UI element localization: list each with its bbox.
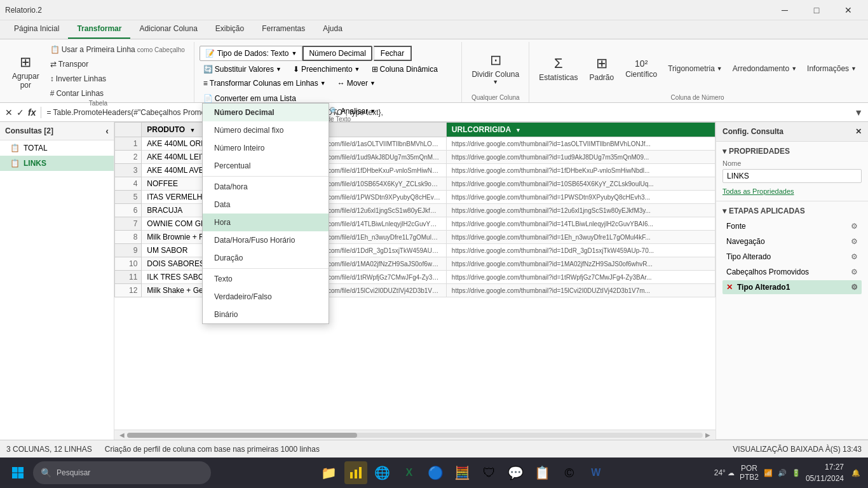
horizontal-scrollbar[interactable]: ◀ ▶ <box>114 430 715 440</box>
transpor-icon: ⇄ <box>50 60 57 69</box>
tab-pagina-inicial[interactable]: Página Inicial <box>5 20 68 39</box>
taskbar-clock[interactable]: 17:27 05/11/2024 <box>806 461 844 484</box>
step-fonte[interactable]: Fonte ⚙ <box>722 219 862 233</box>
col-header-urlcorrigida[interactable]: URLCORRIGIDA ▼ <box>446 123 715 137</box>
tipo-alterado-gear-icon[interactable]: ⚙ <box>851 252 858 261</box>
col-header-rownum <box>115 123 142 137</box>
url-filter-icon[interactable]: ▼ <box>515 127 521 133</box>
taskbar-tray: 24° ☁ POR PTB2 📶 🔊 🔋 17:27 05/11/2024 🔔 <box>714 461 863 484</box>
usar-primeira-linha-button[interactable]: 📋 Usar a Primeira Linha como Cabeçalho <box>46 43 189 56</box>
fx-icon[interactable]: fx <box>28 107 36 118</box>
step-navegacao[interactable]: Navegação ⚙ <box>722 234 862 248</box>
informacoes-button[interactable]: Informações ▼ <box>803 62 860 75</box>
cell-urlcorrigida: https://drive.google.com/thumbnail?id=1D… <box>446 244 715 257</box>
taskbar-app-edge[interactable]: 🌐 <box>371 461 394 484</box>
arredondamento-button[interactable]: Arredondamento ▼ <box>729 62 801 75</box>
transformar-icon: ≡ <box>203 79 208 88</box>
scroll-left-arrow[interactable]: ◀ <box>119 431 125 438</box>
formula-reject-icon[interactable]: ✕ <box>5 107 13 118</box>
config-close-icon[interactable]: ✕ <box>855 127 862 136</box>
taskbar-search[interactable]: 🔍 Pesquisar <box>33 461 211 484</box>
cientifico-button[interactable]: 10² Científico <box>621 50 661 88</box>
svg-rect-1 <box>18 467 24 473</box>
dropdown-data[interactable]: Data <box>203 196 329 214</box>
row-num: 6 <box>115 204 142 217</box>
dividir-coluna-button[interactable]: ⊡ Dividir Coluna ▼ <box>467 50 524 88</box>
fonte-gear-icon[interactable]: ⚙ <box>851 222 858 231</box>
taskbar-app-calc[interactable]: 🧮 <box>451 461 474 484</box>
sidebar-item-total[interactable]: 📋 TOTAL <box>0 140 114 156</box>
preenchimento-button[interactable]: ⬇ Preenchimento ▼ <box>289 64 364 75</box>
tab-transformar[interactable]: Transformar <box>68 20 130 39</box>
sidebar-collapse-icon[interactable]: ‹ <box>105 126 109 136</box>
close-button[interactable]: ✕ <box>834 0 863 20</box>
taskbar-app-norton[interactable]: 🛡 <box>478 461 501 484</box>
produto-filter-icon[interactable]: ▼ <box>189 127 195 133</box>
sidebar-item-links[interactable]: 📋 LINKS <box>0 156 114 171</box>
taskbar-app-whatsapp[interactable]: 💬 <box>505 461 527 484</box>
dropdown-duracao[interactable]: Duração <box>203 249 329 267</box>
dropdown-numero-decimal[interactable]: Número Decimal <box>203 104 329 121</box>
taskbar-app-word[interactable]: W <box>585 461 607 484</box>
dropdown-data-hora-fuso[interactable]: Data/Hora/Fuso Horário <box>203 231 329 249</box>
volume-icon[interactable]: 🔊 <box>778 469 787 477</box>
notification-icon[interactable]: 🔔 <box>849 466 863 480</box>
taskbar-app-c[interactable]: © <box>558 461 581 484</box>
navegacao-gear-icon[interactable]: ⚙ <box>851 237 858 246</box>
mover-button[interactable]: ↔ Mover ▼ <box>334 78 379 89</box>
dropdown-data-hora[interactable]: Data/hora <box>203 178 329 196</box>
status-colunas: 3 COLUNAS, 12 LINHAS <box>6 445 92 454</box>
taskbar-app-tasks[interactable]: 📋 <box>531 461 554 484</box>
wifi-icon[interactable]: 📶 <box>764 469 773 477</box>
contar-linhas-button[interactable]: # Contar Linhas <box>46 87 189 100</box>
formula-accept-icon[interactable]: ✓ <box>17 107 24 118</box>
tipo-alterado1-error-icon[interactable]: ✕ <box>726 283 733 292</box>
dropdown-verdadeiro-falso[interactable]: Verdadeiro/Falso <box>203 288 329 306</box>
scroll-track[interactable] <box>127 433 703 438</box>
dropdown-hora[interactable]: Hora <box>203 214 329 231</box>
scroll-thumb[interactable] <box>127 433 357 438</box>
padrao-button[interactable]: ⊞ Padrão <box>585 50 618 88</box>
numero-decimal-button[interactable]: Número Decimal <box>302 46 372 61</box>
dropdown-numero-decimal-fixo[interactable]: Número decimal fixo <box>203 121 329 139</box>
todas-propriedades-link[interactable]: Todas as Propriedades <box>722 187 794 195</box>
minimize-button[interactable]: ─ <box>770 0 799 20</box>
etapas-section: ▾ ETAPAS APLICADAS Fonte ⚙ Navegação ⚙ T… <box>716 201 868 440</box>
agrupar-button[interactable]: ⊞ Agrupar por <box>8 53 44 91</box>
fechar-button[interactable]: Fechar <box>374 46 412 61</box>
taskbar-app-explorer[interactable]: 📁 <box>318 461 341 484</box>
step-tipo-alterado1[interactable]: ✕ Tipo Alterado1 ⚙ <box>722 280 862 294</box>
tab-ajuda[interactable]: Ajuda <box>314 20 351 39</box>
tab-adicionar-coluna[interactable]: Adicionar Coluna <box>130 20 206 39</box>
transpor-button[interactable]: ⇄ Transpor <box>46 58 189 71</box>
trigonometria-button[interactable]: Trigonometria ▼ <box>664 62 726 75</box>
dropdown-binario[interactable]: Binário <box>203 306 329 323</box>
taskbar-weather[interactable]: 24° ☁ <box>714 468 735 477</box>
start-button[interactable] <box>5 460 31 485</box>
estatisticas-button[interactable]: Σ Estatísticas <box>534 50 582 88</box>
coluna-dinamica-button[interactable]: ⊞ Coluna Dinâmica <box>368 64 442 75</box>
battery-icon[interactable]: 🔋 <box>792 469 801 477</box>
substituir-valores-button[interactable]: 🔄 Substituir Valores ▼ <box>200 64 285 75</box>
dropdown-texto[interactable]: Texto <box>203 270 329 288</box>
inverter-linhas-button[interactable]: ↕ Inverter Linhas <box>46 72 189 85</box>
scroll-right-arrow[interactable]: ▶ <box>705 431 710 438</box>
transformar-colunas-button[interactable]: ≡ Transformar Colunas em Linhas ▼ <box>200 78 330 89</box>
tipo-dados-button[interactable]: 📝 Tipo de Dados: Texto ▼ <box>200 46 303 61</box>
cabecalhos-gear-icon[interactable]: ⚙ <box>851 268 858 276</box>
formula-expand-icon[interactable]: ▼ <box>854 107 863 118</box>
tab-ferramentas[interactable]: Ferramentas <box>253 20 314 39</box>
maximize-button[interactable]: □ <box>802 0 831 20</box>
dropdown-percentual[interactable]: Percentual <box>203 157 329 175</box>
taskbar-app-excel[interactable]: X <box>398 461 421 484</box>
taskbar-app-chrome[interactable]: 🔵 <box>424 461 447 484</box>
step-cabecalhos-promovidos[interactable]: Cabeçalhos Promovidos ⚙ <box>722 265 862 279</box>
powerbi-icon <box>349 466 363 480</box>
step-tipo-alterado[interactable]: Tipo Alterado ⚙ <box>722 250 862 264</box>
tipo-alterado1-gear-icon[interactable]: ⚙ <box>851 283 858 292</box>
taskbar-lang[interactable]: POR PTB2 <box>740 464 759 482</box>
taskbar-app-powerbi[interactable] <box>344 461 367 484</box>
nome-input[interactable] <box>722 169 862 183</box>
dropdown-numero-inteiro[interactable]: Número Inteiro <box>203 139 329 157</box>
tab-exibicao[interactable]: Exibição <box>207 20 253 39</box>
